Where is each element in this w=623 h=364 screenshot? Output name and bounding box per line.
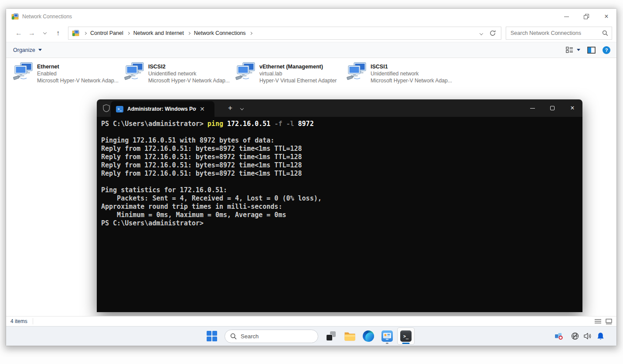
adapter-status: Unidentified network — [148, 70, 230, 77]
search-icon — [230, 333, 237, 340]
terminal-close-button[interactable]: × — [562, 99, 582, 117]
terminal-tab[interactable]: >_ Administrator: Windows Pow ✕ — [111, 101, 214, 117]
terminal-output[interactable]: PS C:\Users\administrator> ping 172.16.0… — [97, 117, 582, 312]
powershell-icon: >_ — [116, 106, 123, 112]
network-adapter-item[interactable]: vEthernet (Management) virtual.lab Hyper… — [235, 62, 347, 84]
adapter-device: Microsoft Hyper-V Network Adap... — [148, 77, 230, 84]
details-layout-icon[interactable] — [595, 319, 601, 324]
organize-label: Organize — [13, 47, 35, 53]
start-button[interactable] — [203, 327, 221, 345]
terminal-minimize-button[interactable] — [522, 99, 542, 117]
breadcrumb-separator — [187, 31, 191, 34]
address-row: ← → ↑ Control Panel Network and Internet… — [6, 24, 616, 42]
adapter-name: vEthernet (Management) — [259, 63, 337, 70]
adapter-status: virtual.lab — [259, 70, 337, 77]
close-button[interactable]: × — [596, 9, 616, 24]
notifications-bell-icon[interactable] — [597, 332, 604, 340]
tab-close-icon[interactable]: ✕ — [198, 105, 207, 113]
network-adapter-icon — [124, 62, 144, 81]
details-view-icon — [566, 47, 573, 53]
control-panel-icon — [381, 330, 393, 342]
address-bar[interactable]: Control Panel Network and Internet Netwo… — [68, 27, 501, 40]
network-adapter-icon — [13, 62, 33, 81]
adapter-status: Enabled — [37, 70, 119, 77]
restore-button[interactable] — [576, 9, 596, 24]
change-view-button[interactable] — [566, 47, 580, 53]
breadcrumb-control-panel[interactable]: Control Panel — [89, 30, 124, 36]
folder-content-area[interactable]: Ethernet Enabled Microsoft Hyper-V Netwo… — [6, 58, 616, 316]
taskbar-search[interactable]: Search — [225, 330, 318, 343]
back-button[interactable]: ← — [12, 27, 25, 40]
explorer-titlebar: Network Connections × — [6, 9, 616, 24]
admin-shield-icon — [103, 104, 110, 112]
items-count: 4 items — [10, 318, 27, 324]
terminal-icon: >_ — [400, 330, 412, 342]
edge-icon — [363, 330, 374, 342]
file-explorer-button[interactable] — [341, 327, 358, 345]
explorer-statusbar: 4 items — [6, 316, 616, 326]
adapter-status: Unidentified network — [371, 70, 452, 77]
file-explorer-icon — [344, 331, 356, 341]
address-dropdown-chevron[interactable] — [480, 29, 483, 37]
help-button[interactable]: ? — [603, 46, 610, 54]
taskbar-search-label: Search — [241, 333, 259, 340]
thumbnail-layout-icon[interactable] — [606, 319, 612, 324]
breadcrumb-network-and-internet[interactable]: Network and Internet — [133, 30, 185, 36]
breadcrumb-separator — [127, 31, 130, 34]
terminal-tab-title: Administrator: Windows Pow — [127, 106, 196, 112]
recent-locations-chevron[interactable] — [38, 27, 51, 40]
taskbar: Search — [6, 326, 616, 346]
organize-dropdown-icon — [38, 49, 42, 51]
minimize-button[interactable] — [556, 9, 576, 24]
task-view-button[interactable] — [322, 327, 340, 345]
desktop-screenshot: Network Connections × ← → ↑ Contr — [6, 9, 616, 346]
search-icon[interactable] — [602, 30, 608, 36]
view-dropdown-icon — [577, 49, 580, 51]
new-tab-button[interactable]: + — [225, 103, 236, 113]
terminal-window: >_ Administrator: Windows Pow ✕ + × PS C… — [97, 99, 582, 312]
preview-pane-icon[interactable] — [587, 47, 596, 54]
network-no-internet-icon[interactable] — [571, 332, 579, 340]
breadcrumb-separator — [84, 31, 87, 34]
adapter-name: Ethernet — [37, 63, 119, 70]
refresh-icon[interactable] — [490, 30, 496, 36]
network-adapter-item[interactable]: Ethernet Enabled Microsoft Hyper-V Netwo… — [13, 62, 124, 84]
network-adapter-item[interactable]: ISCSI2 Unidentified network Microsoft Hy… — [124, 62, 235, 84]
window-title: Network Connections — [22, 14, 72, 20]
running-indicator — [386, 343, 388, 344]
adapter-name: ISCSI2 — [148, 63, 230, 70]
task-view-icon — [326, 331, 336, 341]
location-icon — [72, 30, 79, 37]
organize-button[interactable]: Organize — [13, 47, 42, 53]
adapter-device: Microsoft Hyper-V Network Adap... — [371, 77, 452, 84]
tray-app-icon[interactable] — [555, 332, 563, 340]
adapter-device: Hyper-V Virtual Ethernet Adapter — [259, 77, 337, 84]
windows-logo-icon — [207, 331, 217, 341]
active-running-indicator — [402, 343, 410, 344]
adapter-device: Microsoft Hyper-V Network Adap... — [37, 77, 119, 84]
breadcrumb-separator — [249, 31, 252, 34]
network-adapter-item[interactable]: ISCSI1 Unidentified network Microsoft Hy… — [347, 62, 458, 84]
breadcrumb-network-connections[interactable]: Network Connections — [193, 30, 247, 36]
control-panel-button[interactable] — [378, 327, 396, 345]
terminal-taskbar-button[interactable]: >_ — [397, 327, 415, 345]
network-adapter-icon — [235, 62, 255, 81]
volume-icon[interactable] — [584, 333, 592, 340]
up-button[interactable]: ↑ — [51, 27, 65, 40]
statusbar-divider — [33, 318, 33, 324]
tab-dropdown-button[interactable] — [241, 104, 243, 112]
terminal-maximize-button[interactable] — [542, 99, 562, 117]
terminal-titlebar[interactable]: >_ Administrator: Windows Pow ✕ + × — [97, 99, 582, 117]
adapter-name: ISCSI1 — [371, 63, 452, 70]
search-box[interactable] — [506, 27, 612, 40]
forward-button[interactable]: → — [25, 27, 38, 40]
edge-button[interactable] — [360, 327, 377, 345]
network-connections-icon — [11, 13, 19, 20]
adapter-list: Ethernet Enabled Microsoft Hyper-V Netwo… — [13, 62, 458, 84]
network-adapter-icon — [347, 62, 367, 81]
explorer-toolbar: Organize — [6, 42, 616, 58]
search-input[interactable] — [511, 30, 602, 36]
